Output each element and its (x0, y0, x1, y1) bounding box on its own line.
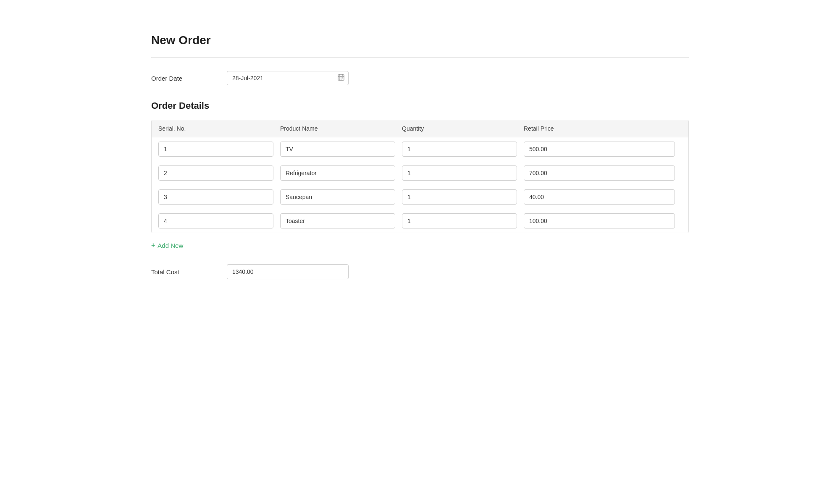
order-details-section: Order Details Serial. No. Product Name Q… (151, 100, 689, 233)
cell-product (280, 142, 402, 157)
input-row2-serial[interactable] (158, 165, 273, 181)
input-row3-product[interactable] (280, 189, 395, 205)
header-product: Product Name (280, 125, 402, 132)
order-date-input[interactable] (227, 71, 349, 85)
plus-icon: + (151, 242, 155, 249)
cell-product (280, 165, 402, 181)
order-date-label: Order Date (151, 75, 227, 82)
total-cost-row: Total Cost (151, 264, 689, 279)
header-serial: Serial. No. (158, 125, 280, 132)
input-row1-serial[interactable] (158, 142, 273, 157)
order-details-title: Order Details (151, 100, 689, 111)
cell-quantity (402, 213, 524, 228)
cell-quantity (402, 165, 524, 181)
cell-product (280, 213, 402, 228)
input-row3-price[interactable] (524, 189, 675, 205)
input-row1-price[interactable] (524, 142, 675, 157)
input-row4-price[interactable] (524, 213, 675, 228)
input-row2-quantity[interactable] (402, 165, 517, 181)
cell-serial (158, 213, 280, 228)
cell-quantity (402, 142, 524, 157)
order-details-table: Serial. No. Product Name Quantity Retail… (151, 120, 689, 233)
input-row1-product[interactable] (280, 142, 395, 157)
total-cost-input[interactable] (227, 264, 349, 279)
input-row2-price[interactable] (524, 165, 675, 181)
header-quantity: Quantity (402, 125, 524, 132)
date-input-wrapper (227, 71, 349, 85)
cell-price (524, 213, 682, 228)
input-row4-quantity[interactable] (402, 213, 517, 228)
input-row2-product[interactable] (280, 165, 395, 181)
page-container: New Order Order Date Or (126, 0, 714, 313)
divider (151, 57, 689, 58)
add-new-button[interactable]: + Add New (151, 242, 183, 249)
input-row4-product[interactable] (280, 213, 395, 228)
header-price: Retail Price (524, 125, 682, 132)
cell-price (524, 189, 682, 205)
cell-price (524, 165, 682, 181)
page-title: New Order (151, 34, 689, 47)
input-row4-serial[interactable] (158, 213, 273, 228)
table-header: Serial. No. Product Name Quantity Retail… (152, 120, 688, 137)
table-row (152, 137, 688, 161)
cell-price (524, 142, 682, 157)
add-new-label: Add New (158, 242, 183, 249)
table-row (152, 185, 688, 209)
total-cost-label: Total Cost (151, 268, 227, 276)
table-row (152, 161, 688, 185)
cell-product (280, 189, 402, 205)
input-row3-serial[interactable] (158, 189, 273, 205)
table-body (152, 137, 688, 233)
cell-quantity (402, 189, 524, 205)
input-row1-quantity[interactable] (402, 142, 517, 157)
cell-serial (158, 142, 280, 157)
cell-serial (158, 189, 280, 205)
table-row (152, 209, 688, 233)
input-row3-quantity[interactable] (402, 189, 517, 205)
order-date-row: Order Date (151, 71, 689, 85)
cell-serial (158, 165, 280, 181)
